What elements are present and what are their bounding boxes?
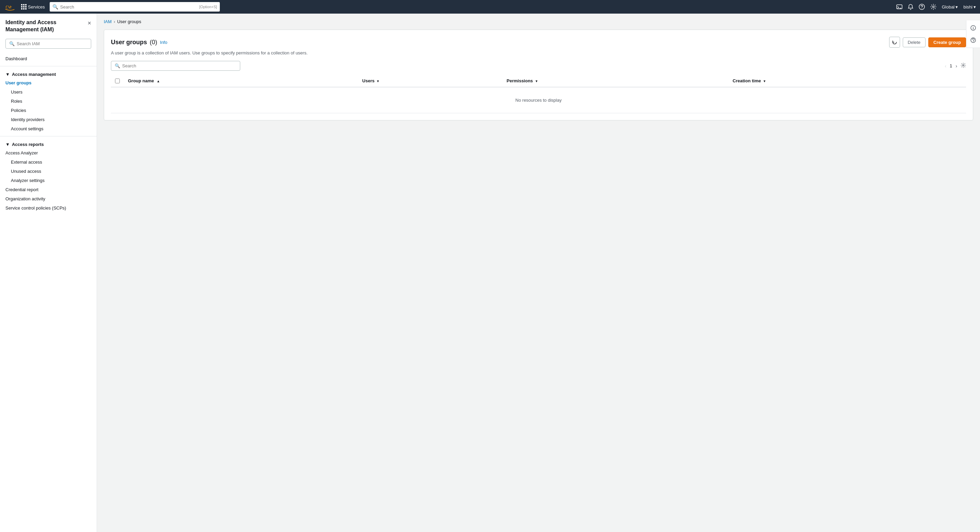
right-info-button[interactable] [969,23,978,33]
sidebar-item-dashboard[interactable]: Dashboard [0,54,97,63]
sidebar-item-users[interactable]: Users [0,87,97,97]
panel-header: User groups (0) Info Delete Create group [111,37,966,48]
search-icon: 🔍 [52,4,58,10]
no-data-message: No resources to display [111,87,966,113]
table-search-icon: 🔍 [115,63,120,68]
user-groups-table: Group name ▲ Users ▾ Permissions ▾ Cre [111,75,966,113]
sort-icon-permissions: ▾ [536,79,537,83]
sidebar: Identity and Access Management (IAM) × 🔍… [0,14,97,532]
breadcrumb: IAM › User groups [104,19,973,24]
right-feedback-button[interactable] [969,35,978,45]
svg-point-5 [963,65,964,66]
sidebar-item-identity-providers[interactable]: Identity providers [0,115,97,124]
aws-logo[interactable] [4,3,16,11]
info-link[interactable]: Info [160,40,167,45]
user-arrow: ▾ [974,5,976,10]
panel-actions: Delete Create group [889,37,966,48]
chevron-down-icon-reports: ▼ [5,142,10,147]
notifications-button[interactable] [908,4,913,10]
global-search-input[interactable] [60,5,197,10]
sidebar-item-organization-activity[interactable]: Organization activity [0,194,97,203]
sidebar-search-box[interactable]: 🔍 [5,39,91,49]
table-body: No resources to display [111,87,966,113]
sidebar-item-analyzer-settings[interactable]: Analyzer settings [0,176,97,185]
main-layout: Identity and Access Management (IAM) × 🔍… [0,14,980,532]
sidebar-search-icon: 🔍 [9,41,14,46]
sidebar-title: Identity and Access Management (IAM) [5,19,88,33]
svg-point-4 [932,6,934,8]
region-selector[interactable]: Global ▾ [942,5,958,10]
search-shortcut: [Option+S] [199,5,217,9]
breadcrumb-separator: › [114,19,115,24]
breadcrumb-current: User groups [117,19,141,24]
panel-description: A user group is a collection of IAM user… [111,50,966,56]
services-label: Services [28,5,45,10]
dashboard-label: Dashboard [5,56,27,61]
pagination-prev-button[interactable]: ‹ [943,63,948,69]
table-header-creation-time[interactable]: Creation time ▾ [729,75,966,87]
access-management-section[interactable]: ▼ Access management [0,69,97,78]
cloudshell-button[interactable] [896,4,902,10]
pagination-settings-button[interactable] [961,63,966,69]
sort-icon-group-name: ▲ [156,79,160,83]
create-group-button[interactable]: Create group [928,37,966,47]
table-search-input[interactable] [122,63,237,68]
user-label: bishi [963,5,972,10]
access-reports-label: Access reports [12,142,44,147]
table-search-box[interactable]: 🔍 [111,61,240,71]
global-search-bar[interactable]: 🔍 [Option+S] [50,2,220,11]
access-reports-section[interactable]: ▼ Access reports [0,139,97,148]
sidebar-item-scps[interactable]: Service control policies (SCPs) [0,203,97,213]
sidebar-close-button[interactable]: × [88,20,91,27]
nav-icons: Global ▾ bishi ▾ [896,4,976,10]
breadcrumb-iam-link[interactable]: IAM [104,19,111,24]
panel-title-row: User groups (0) Info [111,39,167,46]
pagination: ‹ 1 › [943,63,966,69]
region-arrow: ▾ [956,5,958,10]
settings-button[interactable] [930,4,937,10]
sort-icon-users: ▾ [377,79,379,83]
user-menu[interactable]: bishi ▾ [963,5,976,10]
top-navigation: Services 🔍 [Option+S] [0,0,980,14]
table-header-checkbox [111,75,124,87]
sidebar-search-input[interactable] [17,41,88,46]
chevron-down-icon: ▼ [5,72,10,77]
help-button[interactable] [919,4,925,10]
refresh-button[interactable] [889,37,900,48]
table-row-empty: No resources to display [111,87,966,113]
sidebar-item-credential-report[interactable]: Credential report [0,185,97,194]
table-header: Group name ▲ Users ▾ Permissions ▾ Cre [111,75,966,87]
user-groups-panel: User groups (0) Info Delete Create group [104,30,973,121]
access-management-label: Access management [12,72,56,77]
main-content: IAM › User groups User groups (0) Info [97,14,980,532]
panel-count: (0) [150,39,157,46]
services-button[interactable]: Services [19,4,47,10]
sidebar-item-unused-access[interactable]: Unused access [0,167,97,176]
table-header-group-name[interactable]: Group name ▲ [124,75,358,87]
panel-title: User groups [111,39,147,46]
svg-point-10 [973,41,973,42]
sidebar-item-policies[interactable]: Policies [0,106,97,115]
table-header-permissions[interactable]: Permissions ▾ [503,75,729,87]
sidebar-item-account-settings[interactable]: Account settings [0,124,97,133]
sidebar-item-access-analyzer[interactable]: Access Analyzer [0,148,97,157]
right-tools-panel [966,21,980,48]
table-header-users[interactable]: Users ▾ [358,75,503,87]
region-label: Global [942,5,955,10]
sidebar-item-user-groups[interactable]: User groups [0,78,97,87]
sort-icon-creation-time: ▾ [764,79,765,83]
sidebar-item-roles[interactable]: Roles [0,97,97,106]
select-all-checkbox[interactable] [115,79,120,83]
pagination-number: 1 [950,63,952,68]
svg-point-3 [921,8,922,9]
table-controls: 🔍 ‹ 1 › [111,61,966,71]
svg-point-7 [973,27,974,27]
sidebar-item-external-access[interactable]: External access [0,157,97,167]
pagination-next-button[interactable]: › [954,63,959,69]
sidebar-header: Identity and Access Management (IAM) × [0,19,97,39]
grid-icon [21,4,27,10]
delete-button[interactable]: Delete [903,37,926,47]
